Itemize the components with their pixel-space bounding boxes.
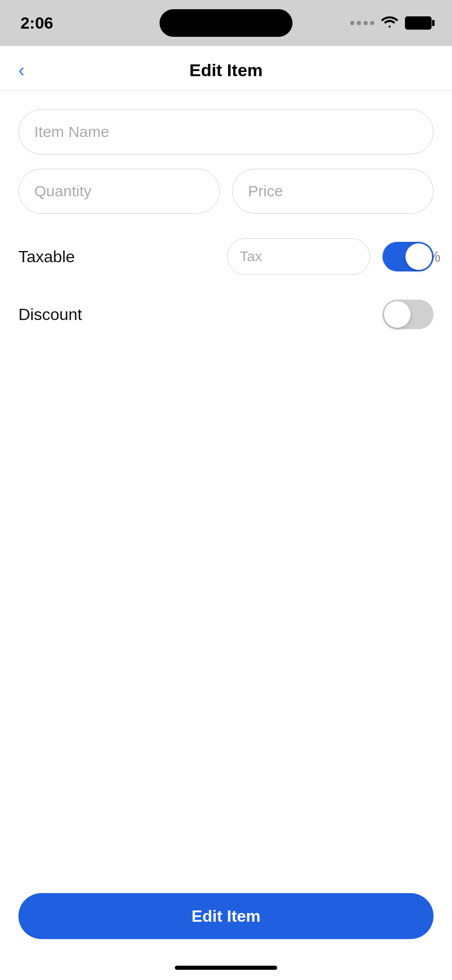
- signal-dot-3: [364, 21, 368, 25]
- battery-icon: [405, 16, 432, 30]
- edit-item-button[interactable]: Edit Item: [18, 893, 434, 939]
- wifi-icon: [380, 14, 399, 32]
- item-name-input[interactable]: [18, 109, 434, 154]
- notch: [160, 9, 292, 37]
- taxable-label: Taxable: [18, 247, 227, 266]
- taxable-toggle-knob: [405, 243, 432, 270]
- signal-dot-2: [357, 21, 361, 25]
- nav-bar: ‹ Edit Item: [0, 46, 452, 91]
- form-content: Taxable % Discount: [0, 91, 452, 362]
- status-time: 2:06: [20, 14, 53, 33]
- discount-toggle[interactable]: [382, 300, 434, 329]
- status-bar: 2:06: [0, 0, 452, 46]
- discount-toggle-knob: [384, 301, 411, 328]
- taxable-row: Taxable %: [18, 228, 434, 285]
- signal-dot-4: [370, 21, 374, 25]
- price-input[interactable]: [232, 169, 434, 214]
- home-indicator: [175, 966, 277, 970]
- back-chevron-icon: ‹: [18, 60, 25, 81]
- discount-label: Discount: [18, 305, 382, 324]
- signal-dot-1: [350, 21, 354, 25]
- main-content: ‹ Edit Item Taxable % Discount: [0, 46, 452, 980]
- tax-input-wrapper[interactable]: %: [227, 238, 370, 275]
- quantity-price-row: [18, 169, 434, 214]
- page-title: Edit Item: [189, 60, 263, 80]
- status-icons: [350, 14, 432, 32]
- signal-dots: [350, 21, 374, 25]
- quantity-input[interactable]: [18, 169, 220, 214]
- discount-row: Discount: [18, 289, 434, 339]
- taxable-toggle[interactable]: [382, 242, 434, 271]
- back-button[interactable]: ‹: [18, 60, 25, 81]
